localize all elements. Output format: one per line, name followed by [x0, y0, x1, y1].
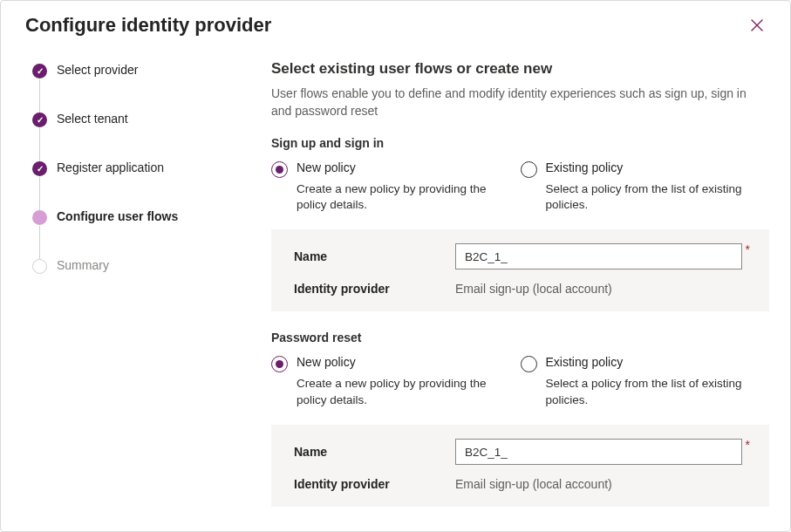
signup-form-card: Name B2C_1_ * Identity provider Email si… — [271, 229, 769, 311]
step-done-icon — [32, 64, 47, 78]
radio-signup-existing-desc: Select a policy from the list of existin… — [546, 181, 754, 215]
group-signup-signin-heading: Sign up and sign in — [271, 136, 769, 150]
signup-name-input[interactable] — [516, 243, 742, 269]
panel-title: Configure identity provider — [25, 14, 271, 37]
close-icon — [751, 19, 763, 31]
radio-passwordreset-new-desc: Create a new policy by providing the pol… — [297, 376, 505, 409]
step-current-icon — [32, 210, 47, 225]
passwordreset-name-label: Name — [294, 445, 455, 459]
radio-selected-icon — [271, 161, 288, 178]
step-configure-user-flows[interactable]: Configure user flows — [32, 208, 236, 257]
radio-passwordreset-existing-desc: Select a policy from the list of existin… — [546, 376, 754, 409]
required-indicator-icon: * — [746, 439, 750, 451]
signup-name-prefix: B2C_1_ — [455, 243, 516, 269]
radio-unselected-icon — [521, 356, 537, 372]
step-select-tenant[interactable]: Select tenant — [32, 111, 236, 160]
radio-signup-new-desc: Create a new policy by providing the pol… — [297, 181, 505, 215]
passwordreset-name-input[interactable] — [516, 439, 742, 465]
step-upcoming-icon — [32, 259, 47, 274]
page-title: Select existing user flows or create new — [271, 60, 769, 78]
signup-idp-label: Identity provider — [294, 282, 455, 296]
close-button[interactable] — [745, 13, 769, 38]
passwordreset-idp-value: Email sign-up (local account) — [455, 477, 612, 491]
wizard-steps: Select provider Select tenant Register a… — [1, 53, 254, 531]
step-done-icon — [32, 113, 47, 127]
configure-idp-panel: Configure identity provider Select provi… — [0, 0, 791, 532]
passwordreset-form-card: Name B2C_1_ * Identity provider Email si… — [271, 425, 769, 507]
signup-policy-choice: New policy Create a new policy by provid… — [271, 160, 769, 215]
page-description: User flows enable you to define and modi… — [271, 85, 760, 120]
radio-signup-existing-policy[interactable]: Existing policy — [521, 160, 754, 178]
step-summary[interactable]: Summary — [32, 257, 236, 278]
radio-selected-icon — [271, 356, 288, 372]
panel-header: Configure identity provider — [1, 1, 790, 53]
group-password-reset-heading: Password reset — [271, 331, 769, 344]
step-done-icon — [32, 161, 47, 176]
passwordreset-policy-choice: New policy Create a new policy by provid… — [271, 355, 769, 409]
step-select-provider[interactable]: Select provider — [32, 62, 236, 111]
step-register-application[interactable]: Register application — [32, 160, 236, 208]
radio-passwordreset-existing-policy[interactable]: Existing policy — [521, 355, 754, 372]
passwordreset-name-prefix: B2C_1_ — [455, 439, 516, 465]
radio-unselected-icon — [521, 161, 537, 178]
main-content: Select existing user flows or create new… — [254, 53, 790, 531]
radio-passwordreset-new-policy[interactable]: New policy — [271, 355, 505, 372]
radio-signup-new-policy[interactable]: New policy — [271, 160, 505, 178]
required-indicator-icon: * — [746, 243, 750, 256]
passwordreset-idp-label: Identity provider — [294, 477, 455, 491]
signup-name-label: Name — [294, 249, 455, 263]
signup-idp-value: Email sign-up (local account) — [455, 282, 612, 296]
